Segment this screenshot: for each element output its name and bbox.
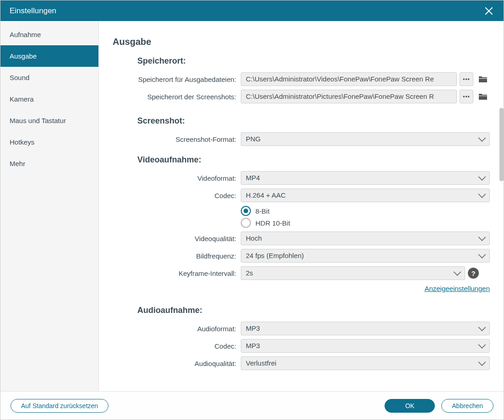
section-screenshot: Screenshot:	[137, 116, 490, 126]
section-speicherort: Speicherort:	[137, 56, 490, 66]
radio-8bit[interactable]	[241, 206, 251, 216]
cancel-button[interactable]: Abbrechen	[441, 399, 493, 413]
input-screenshot-path[interactable]: C:\Users\Administrator\Pictures\FonePaw\…	[241, 90, 457, 103]
body: Aufnahme Ausgabe Sound Kamera Maus und T…	[0, 21, 504, 391]
close-icon[interactable]	[483, 5, 494, 16]
select-video-codec[interactable]: H.264 + AAC	[241, 188, 490, 202]
row-video-format: Videoformat: MP4	[113, 171, 490, 185]
label-video-codec: Codec:	[113, 192, 241, 199]
open-screenshot-folder-icon[interactable]	[476, 90, 490, 103]
radio-row-8bit[interactable]: 8-Bit	[241, 206, 490, 216]
row-keyframe: Keyframe-Intervall: 2s ?	[113, 266, 490, 280]
sidebar-item-kamera[interactable]: Kamera	[0, 88, 98, 110]
row-video-quality: Videoqualität: Hoch	[113, 232, 490, 245]
row-video-codec: Codec: H.264 + AAC	[113, 188, 490, 202]
sidebar-item-aufnahme[interactable]: Aufnahme	[0, 24, 98, 45]
reset-defaults-button[interactable]: Auf Standard zurücksetzen	[11, 399, 108, 413]
main: Ausgabe Speicherort: Speicherort für Aus…	[99, 21, 504, 391]
sidebar-item-maus-tastatur[interactable]: Maus und Tastatur	[0, 110, 98, 131]
titlebar: Einstellungen	[0, 0, 504, 21]
sidebar-item-sound[interactable]: Sound	[0, 67, 98, 88]
row-audio-codec: Codec: MP3	[113, 339, 490, 353]
label-audio-format: Audioformat:	[113, 325, 241, 333]
select-audio-codec[interactable]: MP3	[241, 339, 490, 353]
section-audio: Audioaufnahme:	[137, 306, 490, 315]
label-video-quality: Videoqualität:	[113, 235, 241, 242]
ok-button[interactable]: OK	[385, 399, 435, 413]
label-audio-quality: Audioqualität:	[113, 360, 241, 367]
select-keyframe[interactable]: 2s	[241, 266, 465, 280]
row-screenshot-format: Screenshot-Format: PNG	[113, 132, 490, 146]
help-icon[interactable]: ?	[468, 268, 479, 279]
label-video-fps: Bildfrequenz:	[113, 252, 241, 260]
browse-screenshot-button[interactable]: •••	[460, 90, 473, 103]
row-output-path: Speicherort für Ausgabedateien: C:\Users…	[113, 72, 490, 86]
row-screenshot-path: Speicherort der Screenshots: C:\Users\Ad…	[113, 90, 490, 103]
row-audio-format: Audioformat: MP3	[113, 322, 490, 335]
section-video: Videoaufnahme:	[137, 155, 490, 165]
scrollbar-thumb[interactable]	[499, 108, 504, 181]
radio-hdr10[interactable]	[241, 218, 251, 228]
sidebar-item-ausgabe[interactable]: Ausgabe	[0, 45, 98, 67]
label-audio-codec: Codec:	[113, 342, 241, 350]
label-screenshot-path: Speicherort der Screenshots:	[113, 93, 241, 101]
radio-8bit-label: 8-Bit	[255, 207, 270, 215]
sidebar-item-hotkeys[interactable]: Hotkeys	[0, 131, 98, 153]
display-settings-link[interactable]: Anzeigeeinstellungen	[424, 285, 490, 292]
open-output-folder-icon[interactable]	[476, 72, 490, 86]
input-output-path[interactable]: C:\Users\Administrator\Videos\FonePaw\Fo…	[241, 72, 457, 86]
select-video-quality[interactable]: Hoch	[241, 232, 490, 245]
select-video-format[interactable]: MP4	[241, 171, 490, 185]
label-screenshot-format: Screenshot-Format:	[113, 135, 241, 143]
browse-output-button[interactable]: •••	[460, 72, 473, 86]
page-title: Ausgabe	[113, 37, 490, 47]
label-video-format: Videoformat:	[113, 174, 241, 182]
content-scroll[interactable]: Ausgabe Speicherort: Speicherort für Aus…	[99, 21, 504, 391]
display-settings-row: Anzeigeeinstellungen	[113, 285, 490, 293]
row-audio-quality: Audioqualität: Verlustfrei	[113, 356, 490, 370]
select-audio-format[interactable]: MP3	[241, 322, 490, 335]
window-title: Einstellungen	[10, 6, 56, 16]
footer: Auf Standard zurücksetzen OK Abbrechen	[0, 391, 504, 420]
sidebar: Aufnahme Ausgabe Sound Kamera Maus und T…	[0, 21, 99, 391]
radio-hdr10-label: HDR 10-Bit	[255, 219, 290, 227]
radio-row-hdr10[interactable]: HDR 10-Bit	[241, 218, 490, 228]
select-screenshot-format[interactable]: PNG	[241, 132, 490, 146]
label-output-path: Speicherort für Ausgabedateien:	[113, 75, 241, 83]
select-audio-quality[interactable]: Verlustfrei	[241, 356, 490, 370]
sidebar-item-mehr[interactable]: Mehr	[0, 153, 98, 174]
row-video-fps: Bildfrequenz: 24 fps (Empfohlen)	[113, 249, 490, 263]
label-keyframe: Keyframe-Intervall:	[113, 269, 241, 277]
select-video-fps[interactable]: 24 fps (Empfohlen)	[241, 249, 490, 263]
settings-window: Einstellungen Aufnahme Ausgabe Sound Kam…	[0, 0, 504, 420]
